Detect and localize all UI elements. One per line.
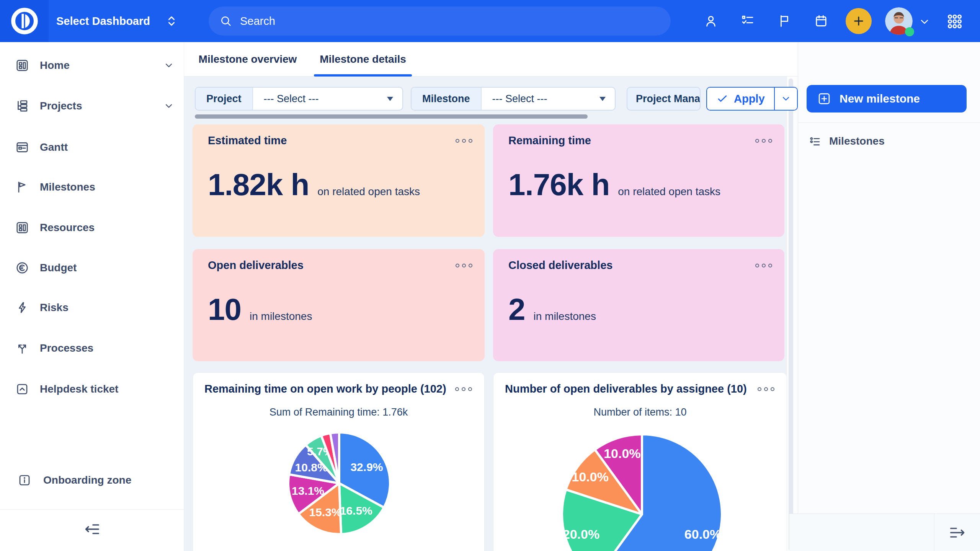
milestone-flag-icon: [15, 180, 29, 194]
card-title: Open deliverables: [208, 259, 304, 272]
apps-grid-icon[interactable]: [947, 14, 962, 29]
expand-panel-icon[interactable]: [948, 524, 966, 541]
right-panel: New milestone Milestones: [798, 42, 980, 551]
sidebar-item-projects[interactable]: Projects: [0, 95, 184, 117]
resources-icon: [15, 221, 29, 235]
filter-milestone-label: Milestone: [412, 88, 482, 110]
helpdesk-icon: [15, 382, 29, 396]
new-milestone-button[interactable]: New milestone: [807, 85, 967, 112]
tabs-bar: Milestone overview Milestone details: [184, 42, 798, 77]
online-status-dot: [905, 27, 914, 36]
risk-bolt-icon: [15, 301, 29, 315]
search-input[interactable]: Search: [209, 7, 671, 36]
list-icon: [809, 135, 822, 148]
chevron-down-icon: [163, 60, 175, 71]
check-icon: [716, 93, 728, 105]
plus-square-icon: [817, 92, 831, 106]
filter-project-label: Project: [196, 88, 253, 110]
panel-divider: [798, 122, 980, 123]
filter-milestone-select[interactable]: Milestone --- Select ---: [411, 87, 616, 111]
svg-text:60.0%: 60.0%: [684, 527, 721, 541]
horizontal-scrollbar[interactable]: [195, 114, 588, 119]
card-title: Closed deliverables: [508, 259, 612, 272]
svg-text:32.9%: 32.9%: [350, 461, 383, 473]
flag-icon[interactable]: [777, 14, 792, 28]
sidebar-item-home[interactable]: Home: [0, 54, 184, 77]
card-menu-icon[interactable]: [455, 137, 473, 145]
collapse-sidebar-icon[interactable]: [83, 520, 101, 538]
apply-options-button[interactable]: [774, 88, 797, 110]
sidebar-item-budget[interactable]: Budget: [0, 257, 184, 279]
search-icon: [219, 15, 232, 28]
filter-project-manager[interactable]: Project Manager: [627, 87, 701, 111]
selector-chevrons-icon: [164, 13, 179, 29]
card-title: Remaining time: [508, 134, 591, 147]
kpi-card-open-deliverables: Open deliverables 10in milestones: [193, 249, 485, 361]
sidebar-item-helpdesk-ticket[interactable]: Helpdesk ticket: [0, 378, 184, 400]
top-bar: Select Dashboard Search: [0, 0, 980, 42]
svg-text:15.3%: 15.3%: [309, 506, 342, 518]
filter-project-select[interactable]: Project --- Select ---: [195, 87, 403, 111]
sidebar-item-processes[interactable]: Processes: [0, 337, 184, 359]
user-icon[interactable]: [704, 14, 718, 28]
sidebar-item-risks[interactable]: Risks: [0, 297, 184, 319]
dashboard-selector[interactable]: Select Dashboard: [56, 0, 179, 42]
dashboard-selector-label: Select Dashboard: [56, 15, 150, 28]
apply-button[interactable]: Apply: [707, 88, 774, 110]
panel-footer: [789, 514, 980, 551]
sidebar-item-gantt[interactable]: Gantt: [0, 136, 184, 158]
avatar[interactable]: [885, 7, 913, 35]
quick-add-button[interactable]: [846, 8, 872, 34]
processes-icon: [15, 341, 29, 355]
tab-milestone-details[interactable]: Milestone details: [315, 42, 410, 77]
chevron-down-icon[interactable]: [918, 15, 931, 28]
footer-divider: [934, 514, 934, 551]
tasks-icon[interactable]: [740, 14, 755, 28]
panel-item-milestones[interactable]: Milestones: [798, 131, 980, 152]
dashboard-icon: [15, 59, 29, 72]
sidebar-item-milestones[interactable]: Milestones: [0, 176, 184, 198]
gantt-icon: [15, 140, 29, 154]
calendar-icon[interactable]: [814, 14, 828, 28]
plus-icon: [852, 14, 866, 28]
kpi-card-estimated-time: Estimated time 1.82k hon related open ta…: [193, 124, 485, 237]
svg-text:10.0%: 10.0%: [604, 446, 640, 461]
apply-split-button: Apply: [706, 87, 798, 111]
select-caret-icon: [599, 97, 606, 101]
easy-project-logo-icon: [8, 5, 41, 37]
select-caret-icon: [387, 97, 393, 101]
sidebar-item-resources[interactable]: Resources: [0, 217, 184, 239]
search-placeholder: Search: [240, 15, 275, 28]
app-logo[interactable]: [0, 0, 49, 42]
vertical-scrollbar[interactable]: [789, 78, 793, 551]
svg-text:13.1%: 13.1%: [292, 484, 324, 497]
chart-card-remaining-time-by-people: Remaining time on open work by people (1…: [193, 372, 485, 551]
chevron-down-icon: [163, 100, 175, 112]
svg-text:16.5%: 16.5%: [340, 504, 372, 517]
pie-chart-remaining-time: 32.9%16.5%15.3%13.1%10.8%5.7%: [193, 373, 485, 551]
kpi-card-remaining-time: Remaining time 1.76k hon related open ta…: [493, 124, 784, 237]
active-tab-indicator: [314, 74, 412, 77]
dashboard-page: Select Dashboard Search HomeProjectsGant…: [0, 0, 980, 551]
kpi-card-closed-deliverables: Closed deliverables 2in milestones: [493, 249, 784, 361]
tab-milestone-overview[interactable]: Milestone overview: [190, 42, 305, 77]
budget-euro-icon: [15, 261, 29, 275]
projects-icon: [15, 99, 29, 113]
chart-card-open-deliverables-by-assignee: Number of open deliverables by assignee …: [493, 372, 787, 551]
pie-chart-deliverables: 60.0%20.0%10.0%10.0%: [493, 373, 787, 551]
sidebar-divider: [0, 509, 184, 510]
card-menu-icon[interactable]: [755, 261, 773, 270]
card-menu-icon[interactable]: [455, 261, 473, 270]
card-menu-icon[interactable]: [755, 137, 773, 145]
info-icon: [18, 473, 31, 487]
svg-text:20.0%: 20.0%: [563, 527, 599, 541]
chevron-down-icon: [780, 93, 792, 104]
svg-text:10.0%: 10.0%: [572, 469, 609, 484]
sidebar-item-onboarding-zone[interactable]: Onboarding zone: [0, 469, 184, 491]
card-title: Estimated time: [208, 134, 287, 147]
sidebar: HomeProjectsGanttMilestonesResourcesBudg…: [0, 42, 184, 551]
